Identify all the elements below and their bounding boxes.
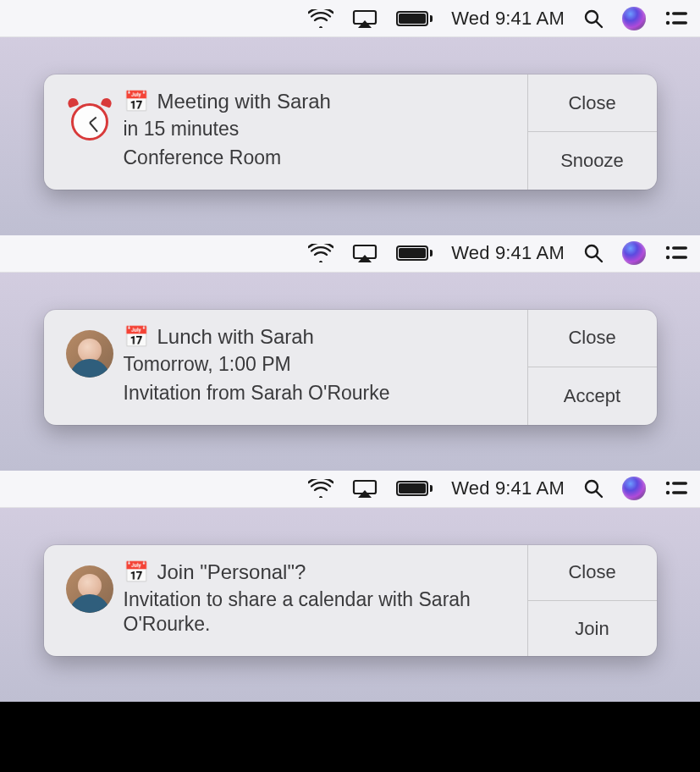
- svg-rect-11: [672, 246, 687, 250]
- battery-icon[interactable]: [396, 481, 433, 496]
- notification-time: in 15 minutes: [124, 117, 517, 142]
- notification-time: Tomorrow, 1:00 PM: [124, 352, 517, 378]
- notification-location: Conference Room: [124, 146, 517, 171]
- menubar: Wed 9:41 AM: [0, 0, 700, 37]
- contact-avatar: [66, 330, 113, 378]
- siri-icon[interactable]: [622, 241, 646, 265]
- notification-body[interactable]: 📅 Lunch with Sarah Tomorrow, 1:00 PM Inv…: [44, 310, 527, 425]
- close-button[interactable]: Close: [528, 545, 657, 600]
- contact-avatar: [66, 565, 113, 613]
- svg-point-10: [666, 246, 670, 250]
- calendar-alert-notification: 📅 Meeting with Sarah in 15 minutes Confe…: [44, 74, 657, 190]
- svg-point-12: [666, 256, 670, 259]
- calendar-app-icon: 📅: [124, 91, 149, 112]
- siri-icon[interactable]: [622, 477, 646, 500]
- close-button[interactable]: Close: [528, 310, 657, 367]
- svg-rect-18: [672, 482, 687, 485]
- notification-subtitle: Invitation to share a calendar with Sara…: [124, 587, 517, 638]
- notification-actions: Close Join: [527, 545, 657, 657]
- svg-point-3: [666, 11, 670, 14]
- spotlight-search-icon[interactable]: [583, 243, 604, 263]
- screenshot-panel-3: Wed 9:41 AM 📅: [0, 471, 700, 703]
- svg-rect-20: [672, 491, 687, 494]
- menubar-clock[interactable]: Wed 9:41 AM: [451, 477, 565, 499]
- desktop-area: 📅 Join "Personal"? Invitation to share a…: [0, 508, 700, 703]
- svg-rect-4: [672, 12, 687, 15]
- svg-point-17: [666, 482, 670, 485]
- notification-center-icon[interactable]: [664, 479, 688, 498]
- menubar: Wed 9:41 AM: [0, 471, 700, 508]
- wifi-icon[interactable]: [308, 479, 333, 498]
- close-button[interactable]: Close: [528, 74, 657, 131]
- calendar-app-icon: 📅: [124, 562, 149, 582]
- battery-icon[interactable]: [396, 245, 433, 261]
- notification-body[interactable]: 📅 Join "Personal"? Invitation to share a…: [44, 545, 527, 657]
- spotlight-search-icon[interactable]: [583, 8, 604, 29]
- screenshot-panel-1: Wed 9:41 AM: [0, 0, 700, 235]
- accept-button[interactable]: Accept: [528, 367, 657, 424]
- wifi-icon[interactable]: [308, 244, 333, 262]
- desktop-area: 📅 Meeting with Sarah in 15 minutes Confe…: [0, 37, 700, 235]
- snooze-button[interactable]: Snooze: [528, 131, 657, 189]
- siri-icon[interactable]: [622, 7, 646, 30]
- notification-title: Lunch with Sarah: [157, 325, 314, 349]
- airplay-icon[interactable]: [352, 9, 378, 28]
- notification-actions: Close Accept: [527, 310, 657, 425]
- menubar: Wed 9:41 AM: [0, 235, 700, 273]
- notification-title: Meeting with Sarah: [157, 90, 331, 113]
- menubar-clock[interactable]: Wed 9:41 AM: [451, 242, 565, 264]
- svg-rect-13: [672, 256, 687, 259]
- svg-line-9: [597, 256, 603, 262]
- notification-center-icon[interactable]: [664, 9, 688, 28]
- svg-point-19: [666, 491, 670, 494]
- calendar-invitation-notification: 📅 Lunch with Sarah Tomorrow, 1:00 PM Inv…: [44, 310, 657, 425]
- menubar-clock[interactable]: Wed 9:41 AM: [451, 8, 565, 30]
- notification-center-icon[interactable]: [664, 244, 688, 262]
- svg-line-2: [597, 21, 603, 27]
- spotlight-search-icon[interactable]: [583, 478, 604, 499]
- airplay-icon[interactable]: [352, 244, 378, 262]
- screenshot-panel-2: Wed 9:41 AM 📅: [0, 235, 700, 471]
- calendar-app-icon: 📅: [124, 327, 149, 347]
- calendar-share-notification: 📅 Join "Personal"? Invitation to share a…: [44, 545, 657, 657]
- notification-body[interactable]: 📅 Meeting with Sarah in 15 minutes Confe…: [44, 74, 527, 190]
- desktop-area: 📅 Lunch with Sarah Tomorrow, 1:00 PM Inv…: [0, 273, 700, 471]
- svg-point-5: [666, 20, 670, 24]
- notification-title: Join "Personal"?: [157, 560, 306, 584]
- airplay-icon[interactable]: [352, 479, 378, 498]
- alarm-clock-icon: [66, 95, 113, 142]
- battery-icon[interactable]: [396, 11, 433, 26]
- notification-subtitle: Invitation from Sarah O'Rourke: [124, 381, 517, 406]
- notification-actions: Close Snooze: [527, 74, 657, 190]
- svg-rect-6: [672, 21, 687, 25]
- wifi-icon[interactable]: [308, 9, 333, 28]
- join-button[interactable]: Join: [528, 600, 657, 656]
- svg-line-16: [597, 492, 603, 498]
